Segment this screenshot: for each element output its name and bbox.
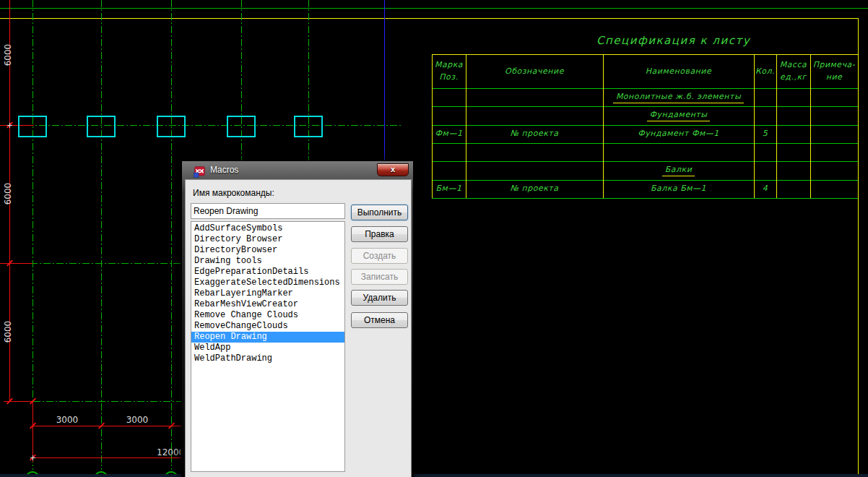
snap-marker [32,455,33,460]
macro-list-item-selected[interactable]: Reopen Drawing [191,332,344,343]
macro-name-label: Имя макрокоманды: [193,188,274,198]
record-button[interactable]: Записать [351,269,408,285]
dimension-stub-2 [0,263,32,264]
macro-list-item[interactable]: WeldApp [191,343,344,353]
foundation-pad-2[interactable] [87,116,116,137]
foundation-pad-3[interactable] [157,116,186,137]
cell-qty: 4 [754,184,776,193]
table-row-line [432,161,858,162]
col-header-qty: Кол. [754,66,776,76]
macro-icon [194,166,205,178]
cad-viewport: 6000 6000 6000 3000 3000 12000 Специфика… [0,0,868,477]
macro-list-item[interactable]: Directory Browser [191,234,344,245]
dimension-text-3000-2: 3000 [123,415,152,425]
macro-list-item[interactable]: RebarMeshViewCreator [191,299,344,310]
col-header-note-line1: Примеча- [810,60,858,69]
dimension-text-12000: 12000 [157,447,181,457]
table-row-group: Монолитные ж.б. элементы [603,92,754,101]
foundation-pad-4[interactable] [227,116,256,137]
dialog-titlebar[interactable]: Macros x [182,161,413,179]
snap-marker [9,123,10,128]
col-header-mark-line1: Марка [432,60,466,69]
table-row-line [432,143,858,144]
group-label-foundations: Фундаменты [647,110,711,121]
macro-list-item[interactable]: ExaggerateSelectedDimensions [191,278,344,288]
table-row-line [432,106,858,107]
cell-mark: Фм—1 [432,129,466,138]
cell-qty: 5 [754,129,776,138]
foundation-pad-5[interactable] [294,116,323,137]
macro-list-item[interactable]: Remove Change Clouds [191,310,344,321]
macro-list[interactable]: AddSurfaceSymbols Directory Browser Dire… [191,221,345,472]
spec-table-title: Спецификация к листу [592,34,755,47]
cancel-button[interactable]: Отмена [351,312,408,328]
dialog-client-area: Имя макрокоманды: AddSurfaceSymbols Dire… [185,179,412,477]
cell-designation: № проекта [466,129,603,138]
run-button[interactable]: Выполнить [351,205,408,220]
table-row-line [432,88,858,89]
cell-name: Балка Бм—1 [603,184,754,193]
macro-name-input[interactable] [191,203,345,219]
macro-list-item[interactable]: RemoveChangeClouds [191,321,344,332]
table-border-right [858,54,859,198]
col-header-designation: Обозначение [466,66,603,76]
macro-list-item[interactable]: EdgePreparationDetails [191,267,344,278]
macro-list-item[interactable]: Drawing tools [191,256,344,267]
col-header-mass-line1: Масса [776,60,810,69]
macro-list-item[interactable]: RebarLayeringMarker [191,288,344,299]
table-row-line [432,125,858,126]
axis-line-vertical-2 [101,0,102,470]
table-border-top [432,54,858,55]
col-header-mass-line2: ед.,кг [776,72,810,82]
col-header-name: Наименование [603,66,754,76]
cell-designation: № проекта [466,184,603,193]
dimension-extension-vertical [32,401,33,462]
delete-button[interactable]: Удалить [351,290,408,306]
dimension-text-3000-1: 3000 [53,415,82,425]
dimension-text-6000-1: 6000 [3,40,13,69]
macro-list-item[interactable]: WeldPathDrawing [191,353,344,364]
table-border-bottom [432,198,858,199]
grid-line-horizontal-top [0,8,868,9]
col-header-mark-line2: Поз. [432,72,466,82]
status-strip [0,474,868,477]
table-row-group: Фундаменты [603,110,754,119]
cell-mark: Бм—1 [432,184,466,193]
macro-list-item[interactable]: AddSurfaceSymbols [191,223,344,234]
table-row-line [432,180,858,181]
group-label-beams: Балки [662,165,695,176]
col-header-note-line2: ние [810,72,858,82]
dialog-title: Macros [210,165,238,175]
create-button[interactable]: Создать [351,248,408,264]
edit-button[interactable]: Правка [351,226,408,242]
group-label-monolithic: Монолитные ж.б. элементы [613,92,744,103]
table-row-group: Балки [603,165,754,174]
cell-name: Фундамент Фм—1 [603,129,754,138]
dimension-text-6000-2: 6000 [3,179,13,208]
axis-line-horizontal-a [0,125,403,126]
sheet-frame-top [0,18,859,19]
close-icon[interactable]: x [377,163,409,176]
macro-list-item[interactable]: DirectoryBrowser [191,245,344,256]
foundation-pad-1[interactable] [18,116,47,137]
dimension-text-6000-3: 6000 [3,317,13,346]
spec-table: Марка Поз. Обозначение Наименование Кол.… [432,54,858,198]
axis-line-vertical-3 [171,0,172,470]
macros-dialog: Macros x Имя макрокоманды: AddSurfaceSym… [181,160,414,477]
